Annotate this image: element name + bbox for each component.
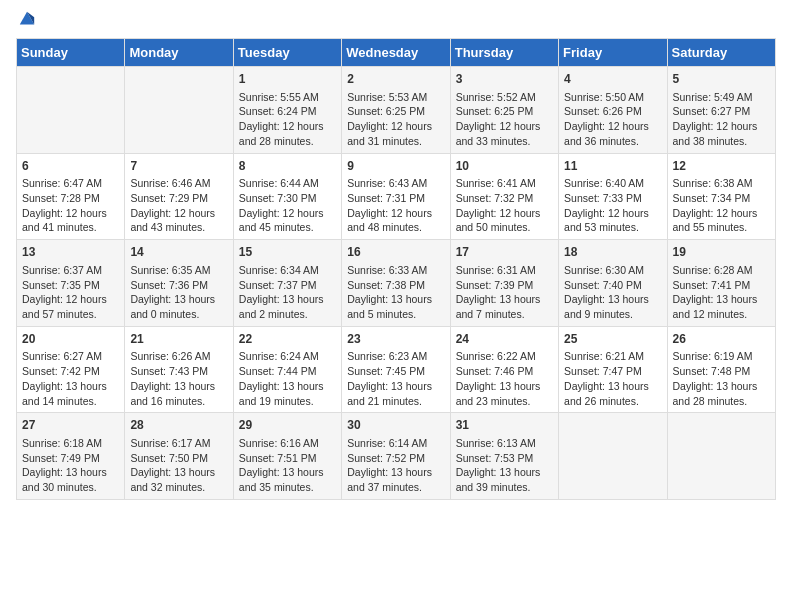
day-cell: 9Sunrise: 6:43 AMSunset: 7:31 PMDaylight… xyxy=(342,153,450,240)
day-info: Sunrise: 6:41 AMSunset: 7:32 PMDaylight:… xyxy=(456,176,553,235)
day-info: Sunrise: 5:49 AMSunset: 6:27 PMDaylight:… xyxy=(673,90,770,149)
day-info: Sunrise: 6:22 AMSunset: 7:46 PMDaylight:… xyxy=(456,349,553,408)
day-number: 11 xyxy=(564,158,661,175)
day-info: Sunrise: 6:46 AMSunset: 7:29 PMDaylight:… xyxy=(130,176,227,235)
week-row-5: 27Sunrise: 6:18 AMSunset: 7:49 PMDayligh… xyxy=(17,413,776,500)
day-cell: 24Sunrise: 6:22 AMSunset: 7:46 PMDayligh… xyxy=(450,326,558,413)
calendar-body: 1Sunrise: 5:55 AMSunset: 6:24 PMDaylight… xyxy=(17,67,776,500)
day-number: 15 xyxy=(239,244,336,261)
day-info: Sunrise: 6:37 AMSunset: 7:35 PMDaylight:… xyxy=(22,263,119,322)
week-row-4: 20Sunrise: 6:27 AMSunset: 7:42 PMDayligh… xyxy=(17,326,776,413)
day-info: Sunrise: 6:34 AMSunset: 7:37 PMDaylight:… xyxy=(239,263,336,322)
day-number: 9 xyxy=(347,158,444,175)
header-cell-wednesday: Wednesday xyxy=(342,39,450,67)
day-cell: 6Sunrise: 6:47 AMSunset: 7:28 PMDaylight… xyxy=(17,153,125,240)
day-info: Sunrise: 6:13 AMSunset: 7:53 PMDaylight:… xyxy=(456,436,553,495)
page-header xyxy=(16,16,776,28)
day-number: 31 xyxy=(456,417,553,434)
day-number: 13 xyxy=(22,244,119,261)
day-cell: 4Sunrise: 5:50 AMSunset: 6:26 PMDaylight… xyxy=(559,67,667,154)
header-cell-thursday: Thursday xyxy=(450,39,558,67)
day-number: 16 xyxy=(347,244,444,261)
day-info: Sunrise: 6:19 AMSunset: 7:48 PMDaylight:… xyxy=(673,349,770,408)
day-cell: 3Sunrise: 5:52 AMSunset: 6:25 PMDaylight… xyxy=(450,67,558,154)
day-number: 24 xyxy=(456,331,553,348)
day-number: 22 xyxy=(239,331,336,348)
day-info: Sunrise: 6:44 AMSunset: 7:30 PMDaylight:… xyxy=(239,176,336,235)
day-info: Sunrise: 6:23 AMSunset: 7:45 PMDaylight:… xyxy=(347,349,444,408)
day-info: Sunrise: 6:27 AMSunset: 7:42 PMDaylight:… xyxy=(22,349,119,408)
day-number: 21 xyxy=(130,331,227,348)
day-cell xyxy=(559,413,667,500)
day-number: 27 xyxy=(22,417,119,434)
header-cell-friday: Friday xyxy=(559,39,667,67)
day-cell: 20Sunrise: 6:27 AMSunset: 7:42 PMDayligh… xyxy=(17,326,125,413)
day-number: 12 xyxy=(673,158,770,175)
day-info: Sunrise: 6:28 AMSunset: 7:41 PMDaylight:… xyxy=(673,263,770,322)
day-number: 28 xyxy=(130,417,227,434)
day-cell: 27Sunrise: 6:18 AMSunset: 7:49 PMDayligh… xyxy=(17,413,125,500)
logo xyxy=(16,16,36,28)
day-cell: 15Sunrise: 6:34 AMSunset: 7:37 PMDayligh… xyxy=(233,240,341,327)
day-cell: 29Sunrise: 6:16 AMSunset: 7:51 PMDayligh… xyxy=(233,413,341,500)
day-number: 6 xyxy=(22,158,119,175)
day-info: Sunrise: 6:31 AMSunset: 7:39 PMDaylight:… xyxy=(456,263,553,322)
day-info: Sunrise: 6:26 AMSunset: 7:43 PMDaylight:… xyxy=(130,349,227,408)
day-info: Sunrise: 6:21 AMSunset: 7:47 PMDaylight:… xyxy=(564,349,661,408)
day-number: 7 xyxy=(130,158,227,175)
header-cell-tuesday: Tuesday xyxy=(233,39,341,67)
day-cell: 22Sunrise: 6:24 AMSunset: 7:44 PMDayligh… xyxy=(233,326,341,413)
header-cell-sunday: Sunday xyxy=(17,39,125,67)
day-number: 17 xyxy=(456,244,553,261)
day-cell: 18Sunrise: 6:30 AMSunset: 7:40 PMDayligh… xyxy=(559,240,667,327)
day-info: Sunrise: 5:55 AMSunset: 6:24 PMDaylight:… xyxy=(239,90,336,149)
day-info: Sunrise: 6:16 AMSunset: 7:51 PMDaylight:… xyxy=(239,436,336,495)
day-cell: 26Sunrise: 6:19 AMSunset: 7:48 PMDayligh… xyxy=(667,326,775,413)
day-cell: 16Sunrise: 6:33 AMSunset: 7:38 PMDayligh… xyxy=(342,240,450,327)
day-cell: 31Sunrise: 6:13 AMSunset: 7:53 PMDayligh… xyxy=(450,413,558,500)
day-cell: 2Sunrise: 5:53 AMSunset: 6:25 PMDaylight… xyxy=(342,67,450,154)
day-cell: 19Sunrise: 6:28 AMSunset: 7:41 PMDayligh… xyxy=(667,240,775,327)
day-cell: 10Sunrise: 6:41 AMSunset: 7:32 PMDayligh… xyxy=(450,153,558,240)
day-info: Sunrise: 6:24 AMSunset: 7:44 PMDaylight:… xyxy=(239,349,336,408)
day-number: 4 xyxy=(564,71,661,88)
day-number: 18 xyxy=(564,244,661,261)
day-cell: 21Sunrise: 6:26 AMSunset: 7:43 PMDayligh… xyxy=(125,326,233,413)
day-cell: 28Sunrise: 6:17 AMSunset: 7:50 PMDayligh… xyxy=(125,413,233,500)
day-number: 30 xyxy=(347,417,444,434)
header-cell-saturday: Saturday xyxy=(667,39,775,67)
day-cell xyxy=(125,67,233,154)
day-info: Sunrise: 6:43 AMSunset: 7:31 PMDaylight:… xyxy=(347,176,444,235)
day-info: Sunrise: 5:52 AMSunset: 6:25 PMDaylight:… xyxy=(456,90,553,149)
day-number: 20 xyxy=(22,331,119,348)
day-number: 3 xyxy=(456,71,553,88)
day-info: Sunrise: 6:47 AMSunset: 7:28 PMDaylight:… xyxy=(22,176,119,235)
calendar-header: SundayMondayTuesdayWednesdayThursdayFrid… xyxy=(17,39,776,67)
day-cell xyxy=(667,413,775,500)
week-row-3: 13Sunrise: 6:37 AMSunset: 7:35 PMDayligh… xyxy=(17,240,776,327)
day-info: Sunrise: 5:53 AMSunset: 6:25 PMDaylight:… xyxy=(347,90,444,149)
day-number: 14 xyxy=(130,244,227,261)
day-cell: 30Sunrise: 6:14 AMSunset: 7:52 PMDayligh… xyxy=(342,413,450,500)
day-cell: 12Sunrise: 6:38 AMSunset: 7:34 PMDayligh… xyxy=(667,153,775,240)
logo-icon xyxy=(18,10,36,28)
calendar-table: SundayMondayTuesdayWednesdayThursdayFrid… xyxy=(16,38,776,500)
day-cell: 8Sunrise: 6:44 AMSunset: 7:30 PMDaylight… xyxy=(233,153,341,240)
day-cell: 13Sunrise: 6:37 AMSunset: 7:35 PMDayligh… xyxy=(17,240,125,327)
day-info: Sunrise: 6:17 AMSunset: 7:50 PMDaylight:… xyxy=(130,436,227,495)
day-number: 19 xyxy=(673,244,770,261)
day-number: 8 xyxy=(239,158,336,175)
day-number: 29 xyxy=(239,417,336,434)
day-number: 10 xyxy=(456,158,553,175)
day-number: 5 xyxy=(673,71,770,88)
day-cell: 1Sunrise: 5:55 AMSunset: 6:24 PMDaylight… xyxy=(233,67,341,154)
day-info: Sunrise: 6:14 AMSunset: 7:52 PMDaylight:… xyxy=(347,436,444,495)
week-row-2: 6Sunrise: 6:47 AMSunset: 7:28 PMDaylight… xyxy=(17,153,776,240)
day-cell: 25Sunrise: 6:21 AMSunset: 7:47 PMDayligh… xyxy=(559,326,667,413)
day-cell: 23Sunrise: 6:23 AMSunset: 7:45 PMDayligh… xyxy=(342,326,450,413)
day-info: Sunrise: 6:35 AMSunset: 7:36 PMDaylight:… xyxy=(130,263,227,322)
day-cell: 5Sunrise: 5:49 AMSunset: 6:27 PMDaylight… xyxy=(667,67,775,154)
day-cell: 17Sunrise: 6:31 AMSunset: 7:39 PMDayligh… xyxy=(450,240,558,327)
day-cell xyxy=(17,67,125,154)
day-number: 2 xyxy=(347,71,444,88)
